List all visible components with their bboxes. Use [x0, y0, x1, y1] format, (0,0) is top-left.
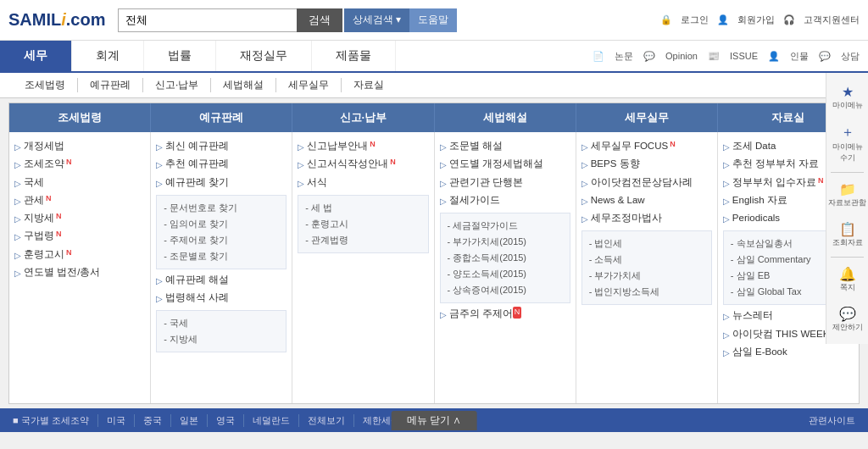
main-nav-right: 📄논문 💬Opinion 📰ISSUE 👤인물 💬상담: [593, 41, 868, 71]
nav-consult[interactable]: 상담: [841, 50, 860, 63]
list-item[interactable]: ▷세무실무 FOCUSN: [581, 139, 712, 153]
list-item[interactable]: ▷관련기관 단행본: [440, 175, 570, 190]
list-item[interactable]: - 임의어로 찾기: [164, 216, 279, 232]
list-item[interactable]: ▷아이닷컴전문상담사례: [581, 175, 712, 190]
arrow-icon: ▷: [14, 177, 21, 190]
list-item[interactable]: - 법인세: [589, 236, 704, 252]
list-item[interactable]: ▷세무조정마법사: [581, 211, 712, 225]
list-item[interactable]: ▷연도별 개정세법해설: [440, 157, 570, 171]
list-item[interactable]: - 양도소득세(2015): [448, 266, 563, 282]
nav-person[interactable]: 인물: [790, 50, 809, 63]
arrow-icon: ▷: [723, 213, 730, 225]
sub-nav-commentary[interactable]: 세법해설: [211, 78, 276, 92]
list-item[interactable]: - 주제어로 찾기: [164, 232, 279, 248]
arrow-icon: ▷: [581, 141, 588, 153]
sub-nav-library[interactable]: 자료실: [342, 78, 396, 92]
nav-item-products[interactable]: 제품물: [312, 41, 396, 71]
list-item[interactable]: - 국세: [164, 315, 279, 331]
arrow-icon: ▷: [298, 158, 304, 171]
data-archive-button[interactable]: 📁 자료보관함: [826, 177, 868, 213]
login-link[interactable]: 로그인: [681, 14, 709, 26]
list-item[interactable]: ▷BEPS 동향: [581, 157, 712, 171]
search-history-button[interactable]: 📋 조회자료: [826, 217, 868, 252]
arrow-icon: ▷: [14, 141, 21, 153]
list-item[interactable]: - 조문별로 찾기: [164, 248, 279, 264]
bottom-item-usa[interactable]: 미국: [98, 414, 135, 427]
right-sidebar: ★ 마이메뉴 ＋ 마이메뉴수기 📁 자료보관함 📋 조회자료 🔔 쪽지 💬 제안…: [826, 73, 868, 344]
nav-papers[interactable]: 논문: [615, 50, 633, 63]
sub-nav-tax-law[interactable]: 조세법령: [13, 78, 78, 92]
nav-item-finance[interactable]: 재정실무: [216, 41, 312, 71]
bottom-item-uk[interactable]: 영국: [208, 414, 244, 427]
nav-item-tax[interactable]: 세무: [0, 41, 72, 71]
list-item[interactable]: - 종합소득세(2015): [448, 250, 563, 266]
close-menu-button[interactable]: 메뉴 닫기 ∧: [392, 411, 477, 430]
bottom-item-tax-treaty[interactable]: ■ 국가별 조세조약: [13, 414, 98, 427]
advanced-search-button[interactable]: 상세검색 ▾: [344, 8, 409, 32]
my-menu-button[interactable]: ★ 마이메뉴: [826, 80, 868, 115]
new-badge: N: [390, 157, 396, 169]
list-item[interactable]: ▷서식: [298, 175, 428, 190]
nav-item-accounting[interactable]: 회계: [72, 41, 144, 71]
list-item[interactable]: - 관계법령: [305, 232, 420, 248]
list-item[interactable]: - 지방세: [164, 331, 279, 347]
list-item[interactable]: ▷개정세법: [14, 139, 145, 153]
my-menu-add-button[interactable]: ＋ 마이메뉴수기: [826, 119, 868, 168]
arrow-icon: ▷: [14, 158, 21, 171]
list-item[interactable]: - 세금절약가이드: [448, 218, 563, 234]
sub-nav-practice[interactable]: 세무실무: [276, 78, 342, 92]
nav-item-law[interactable]: 법률: [144, 41, 216, 71]
search-button[interactable]: 검색: [297, 8, 342, 32]
register-link[interactable]: 회원가입: [737, 14, 775, 26]
list-item[interactable]: ▷조세조약N: [14, 157, 145, 171]
support-link[interactable]: 고객지원센터: [804, 14, 860, 26]
list-item[interactable]: ▷최신 예규판례: [156, 139, 287, 153]
bottom-item-view-all[interactable]: 전체보기: [299, 414, 354, 427]
list-item[interactable]: - 훈령고시: [305, 216, 420, 232]
list-item[interactable]: - 부가가치세: [589, 268, 704, 284]
search-input[interactable]: [118, 8, 297, 32]
list-item[interactable]: ▷예규판례 해설: [156, 273, 287, 287]
plus-icon: ＋: [841, 124, 854, 141]
list-item[interactable]: ▷조문별 해설: [440, 139, 570, 153]
arrow-icon: ▷: [440, 158, 447, 171]
bottom-item-china[interactable]: 중국: [135, 414, 171, 427]
sub-nav-filing[interactable]: 신고·납부: [143, 78, 211, 92]
bottom-right: 관련사이트: [809, 414, 855, 427]
bottom-item-japan[interactable]: 일본: [171, 414, 208, 427]
suggest-button[interactable]: 💬 제안하기: [826, 302, 868, 337]
list-item[interactable]: ▷신고납부안내N: [298, 139, 428, 153]
related-site-link[interactable]: 관련사이트: [809, 414, 855, 427]
list-item[interactable]: - 부가가치세(2015): [448, 234, 563, 250]
list-item[interactable]: ▷금주의 주제어 N: [440, 307, 570, 321]
arrow-icon: ▷: [581, 177, 588, 190]
sub-nav-precedents[interactable]: 예규판례: [78, 78, 143, 92]
person-icon: 👤: [717, 14, 729, 25]
bottom-item-netherlands[interactable]: 네덜란드: [244, 414, 299, 427]
list-item[interactable]: ▷법령해석 사례: [156, 291, 287, 305]
list-item[interactable]: - 법인지방소득세: [589, 284, 704, 300]
list-item[interactable]: ▷관세N: [14, 193, 145, 208]
sidebar-label: 마이메뉴: [832, 100, 863, 111]
list-item[interactable]: ▷연도별 법전/총서: [14, 265, 145, 280]
list-item[interactable]: ▷삼일 E-Book: [723, 345, 854, 359]
list-item[interactable]: ▷예규판례 찾기: [156, 175, 287, 190]
list-item[interactable]: - 문서번호로 찾기: [164, 200, 279, 216]
mega-col-practice: ▷세무실무 FOCUSN ▷BEPS 동향 ▷아이닷컴전문상담사례 ▷News …: [576, 132, 718, 403]
nav-opinion[interactable]: Opinion: [665, 51, 698, 61]
news-law-item[interactable]: ▷News & Law: [581, 193, 712, 208]
list-item[interactable]: ▷구법령N: [14, 229, 145, 243]
list-item[interactable]: ▷추천 예규판례: [156, 157, 287, 171]
list-item[interactable]: ▷국세: [14, 175, 145, 190]
nav-issue[interactable]: ISSUE: [730, 51, 758, 61]
list-item[interactable]: ▷훈령고시N: [14, 247, 145, 262]
list-item[interactable]: ▷신고서식작성안내N: [298, 157, 428, 171]
list-item[interactable]: - 상속증여세(2015): [448, 282, 563, 298]
list-item[interactable]: ▷지방세N: [14, 211, 145, 225]
list-item[interactable]: - 세 법: [305, 200, 420, 216]
mega-menu: 조세법령 예규판례 신고·납부 세법해설 세무실무 자료실 ▷개정세법 ▷조세조…: [8, 103, 860, 404]
list-item[interactable]: ▷절세가이드: [440, 193, 570, 208]
message-button[interactable]: 🔔 쪽지: [826, 262, 868, 297]
help-button[interactable]: 도움말: [409, 8, 457, 32]
list-item[interactable]: - 소득세: [589, 252, 704, 268]
